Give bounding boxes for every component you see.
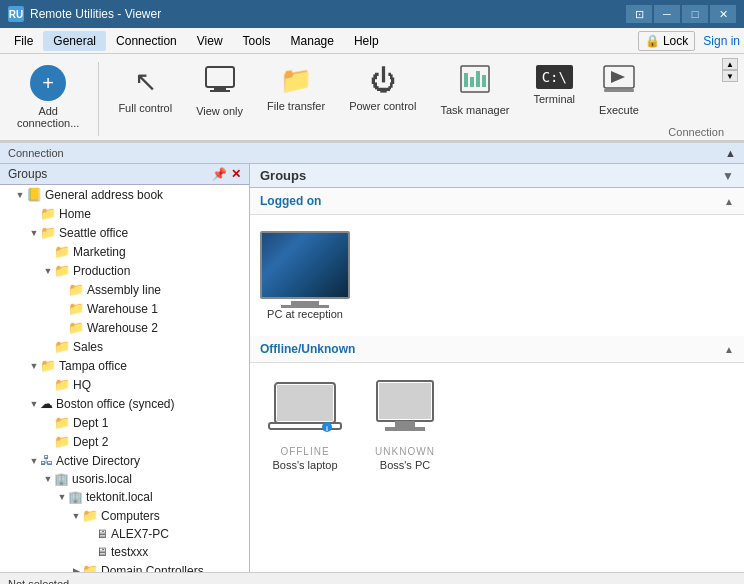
tree-label: testxxx [111, 545, 148, 559]
tree-item-computers[interactable]: ▼ 📁 Computers [0, 506, 249, 525]
right-panel-header: Groups ▼ [250, 164, 744, 188]
title-bar: RU Remote Utilities - Viewer ⊡ ─ □ ✕ [0, 0, 744, 28]
terminal-button[interactable]: C:\ Terminal [523, 58, 587, 112]
tree-item-tektonit-local[interactable]: ▼ 🏢 tektonit.local [0, 488, 249, 506]
menu-file[interactable]: File [4, 31, 43, 51]
connection-label-bar: Connection ▲ [0, 142, 744, 164]
file-transfer-button[interactable]: 📁 File transfer [256, 58, 336, 119]
toggle-icon: ▼ [56, 492, 68, 502]
offline-status: OFFLINE [280, 446, 329, 457]
logged-on-arrow: ▲ [724, 196, 734, 207]
folder-icon: 📁 [82, 563, 98, 572]
maximize-button[interactable]: □ [682, 5, 708, 23]
full-control-label: Full control [118, 102, 172, 114]
add-connection-button[interactable]: + Add connection... [6, 58, 90, 136]
folder-icon: 📁 [82, 508, 98, 523]
view-only-icon [204, 65, 236, 101]
offline-section-header[interactable]: Offline/Unknown ▲ [250, 336, 744, 363]
full-control-icon: ↖ [134, 65, 157, 98]
menu-manage[interactable]: Manage [281, 31, 344, 51]
task-manager-icon [460, 65, 490, 100]
right-panel-expand-icon[interactable]: ▼ [722, 169, 734, 183]
tree-item-sales[interactable]: 📁 Sales [0, 337, 249, 356]
lock-label: Lock [663, 34, 688, 48]
tree-item-testxxx[interactable]: 🖥 testxxx [0, 543, 249, 561]
task-manager-button[interactable]: Task manager [429, 58, 520, 123]
tree-item-alex7-pc[interactable]: 🖥 ALEX7-PC [0, 525, 249, 543]
signin-button[interactable]: Sign in [703, 34, 740, 48]
menu-tools[interactable]: Tools [233, 31, 281, 51]
tree-item-general-address-book[interactable]: ▼ 📒 General address book [0, 185, 249, 204]
power-control-button[interactable]: ⏻ Power control [338, 58, 427, 119]
pc-base [281, 305, 329, 308]
toggle-icon: ▼ [28, 399, 40, 409]
lock-icon: 🔒 [645, 34, 660, 48]
toggle-icon: ▼ [42, 266, 54, 276]
tree-item-dept-1[interactable]: 📁 Dept 1 [0, 413, 249, 432]
laptop-icon-container: i [267, 379, 343, 442]
tree-item-marketing[interactable]: 📁 Marketing [0, 242, 249, 261]
menu-help[interactable]: Help [344, 31, 389, 51]
pc-screen [260, 231, 350, 299]
folder-icon: 📁 [68, 301, 84, 316]
svg-rect-18 [395, 421, 415, 427]
tree-item-domain-controllers[interactable]: ▶ 📁 Domain Controllers [0, 561, 249, 572]
toggle-icon: ▼ [70, 511, 82, 521]
computer-pc-at-reception[interactable]: PC at reception [260, 225, 350, 326]
ribbon-scroll-up[interactable]: ▲ [722, 58, 738, 70]
ribbon-scroll-down[interactable]: ▼ [722, 70, 738, 82]
domain-icon: 🏢 [54, 472, 69, 486]
task-manager-label: Task manager [440, 104, 509, 116]
tree-item-seattle-office[interactable]: ▼ 📁 Seattle office [0, 223, 249, 242]
pc-screen-container [260, 231, 350, 308]
toggle-icon: ▼ [42, 474, 54, 484]
tree-label: Sales [73, 340, 103, 354]
svg-text:i: i [326, 425, 328, 432]
app-icon: RU [8, 6, 24, 22]
lock-button[interactable]: 🔒 Lock [638, 31, 695, 51]
tree-item-dept-2[interactable]: 📁 Dept 2 [0, 432, 249, 451]
tree-item-warehouse-1[interactable]: 📁 Warehouse 1 [0, 299, 249, 318]
folder-icon: 📁 [54, 263, 70, 278]
toggle-icon: ▼ [28, 361, 40, 371]
tree-item-active-directory[interactable]: ▼ 🖧 Active Directory [0, 451, 249, 470]
status-bar: Not selected [0, 572, 744, 584]
toggle-icon: ▼ [28, 228, 40, 238]
svg-rect-1 [214, 87, 226, 90]
logged-on-section-header[interactable]: Logged on ▲ [250, 188, 744, 215]
tree-item-home[interactable]: 📁 Home [0, 204, 249, 223]
folder-icon: 📁 [40, 225, 56, 240]
minimize-button[interactable]: ─ [654, 5, 680, 23]
restore-button[interactable]: ⊡ [626, 5, 652, 23]
tree-item-tampa-office[interactable]: ▼ 📁 Tampa office [0, 356, 249, 375]
logged-on-title: Logged on [260, 194, 321, 208]
ribbon: + Add connection... ↖ Full control View … [0, 54, 744, 142]
tree-item-warehouse-2[interactable]: 📁 Warehouse 2 [0, 318, 249, 337]
tree-item-usoris-local[interactable]: ▼ 🏢 usoris.local [0, 470, 249, 488]
close-panel-icon[interactable]: ✕ [231, 167, 241, 181]
computer-bosses-laptop[interactable]: i OFFLINE Boss's laptop [260, 373, 350, 477]
execute-button[interactable]: Execute [588, 58, 650, 123]
svg-rect-0 [206, 67, 234, 87]
menu-general[interactable]: General [43, 31, 106, 51]
toggle-icon: ▼ [14, 190, 26, 200]
tree-item-assembly-line[interactable]: 📁 Assembly line [0, 280, 249, 299]
menu-connection[interactable]: Connection [106, 31, 187, 51]
folder-icon: 📁 [40, 206, 56, 221]
tree-label: ALEX7-PC [111, 527, 169, 541]
view-only-button[interactable]: View only [185, 58, 254, 124]
tree-item-production[interactable]: ▼ 📁 Production [0, 261, 249, 280]
menu-view[interactable]: View [187, 31, 233, 51]
tree-item-boston-office[interactable]: ▼ ☁ Boston office (synced) [0, 394, 249, 413]
pin-icon[interactable]: 📌 [212, 167, 227, 181]
tree-label: HQ [73, 378, 91, 392]
expand-icon[interactable]: ▲ [725, 147, 736, 159]
full-control-button[interactable]: ↖ Full control [107, 58, 183, 121]
groups-panel-title: Groups [8, 167, 47, 181]
right-panel-title: Groups [260, 168, 306, 183]
tree-label: Active Directory [56, 454, 140, 468]
computer-bosses-pc[interactable]: UNKNOWN Boss's PC [360, 373, 450, 477]
close-button[interactable]: ✕ [710, 5, 736, 23]
tree-item-hq[interactable]: 📁 HQ [0, 375, 249, 394]
tree-label: Marketing [73, 245, 126, 259]
